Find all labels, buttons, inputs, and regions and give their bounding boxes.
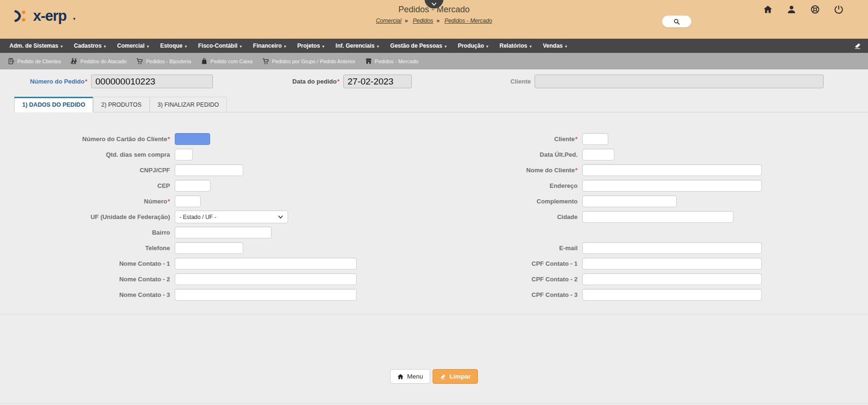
tab-3-finalizar-pedido[interactable]: 3) FINALIZAR PEDIDO: [150, 97, 227, 112]
footer-actions: Menu Limpar: [0, 369, 868, 384]
menu-item-adm-de-sistemas[interactable]: Adm. de Sistemas▾: [4, 39, 68, 53]
chevron-down-icon: ▾: [185, 44, 187, 49]
chevron-down-icon: ▾: [529, 44, 531, 49]
required-asterisk: *: [575, 135, 578, 143]
shortcut-pedidos-do-atacado[interactable]: Pedidos do Atacado: [66, 53, 131, 69]
power-icon[interactable]: [834, 5, 843, 14]
search-button[interactable]: [662, 16, 691, 27]
breadcrumb-link-pedidos[interactable]: Pedidos: [413, 17, 433, 24]
menu-item-label: Cadastros: [74, 42, 102, 49]
uf-select[interactable]: - Estado / UF -: [175, 211, 288, 223]
menu-item-comercial[interactable]: Comercial▾: [111, 39, 154, 53]
cidade-field[interactable]: [582, 211, 733, 223]
nome-contato-3-label: Nome Contato - 3: [0, 291, 170, 298]
telefone-field[interactable]: [175, 242, 243, 254]
tab-1-dados-do-pedido[interactable]: 1) DADOS DO PEDIDO: [14, 97, 93, 112]
shortcut-pedido-com-caixa[interactable]: Pedido com Caixa: [196, 53, 257, 69]
required-asterisk: *: [575, 167, 578, 174]
order-number-field[interactable]: 000000010223: [91, 75, 213, 88]
cpf-contato-3-field[interactable]: [582, 289, 762, 301]
order-date-field[interactable]: 27-02-2023: [343, 75, 412, 88]
cliente-label: Cliente*: [427, 135, 578, 143]
main-content: Número do Pedido* 000000010223 Data do p…: [0, 69, 868, 405]
store-icon: [365, 58, 372, 65]
shortcut-label: Pedido de Clientes: [17, 59, 61, 64]
uf-label: UF (Unidade de Federação): [0, 213, 170, 220]
cart-icon: [262, 58, 269, 65]
shortcut-pedidos-por-grupo-pedido-anterior[interactable]: Pedidos por Grupo / Pedido Anterior: [257, 53, 360, 69]
form-column-right: Cliente*Data Últ.Ped.Nome do Cliente*End…: [427, 131, 868, 303]
clipboard-icon: [8, 58, 15, 65]
form-row-nome-contato-2: Nome Contato - 2: [0, 271, 427, 287]
menu-item-label: Comercial: [117, 42, 145, 49]
tab-2-produtos[interactable]: 2) PRODUTOS: [93, 97, 149, 112]
data-ult-ped-field[interactable]: [582, 149, 614, 160]
home-icon[interactable]: [763, 5, 773, 14]
menu-item-estoque[interactable]: Estoque▾: [154, 39, 192, 53]
menu-button[interactable]: Menu: [390, 369, 430, 384]
cnpj-cpf-field[interactable]: [175, 164, 243, 176]
menu-item-cadastros[interactable]: Cadastros▾: [68, 39, 111, 53]
cpf-contato-2-field[interactable]: [582, 273, 762, 285]
nome-do-cliente-field[interactable]: [582, 164, 762, 176]
menu-item-produ-o[interactable]: Produção▾: [452, 39, 494, 53]
limpar-button-label: Limpar: [450, 373, 471, 380]
menu-item-gest-o-de-pessoas[interactable]: Gestão de Pessoas▾: [384, 39, 452, 53]
required-asterisk: *: [168, 135, 170, 143]
home-icon: [397, 373, 404, 380]
menu-item-label: Relatórios: [500, 42, 528, 49]
clear-cache-icon[interactable]: [854, 42, 861, 50]
menu-item-financeiro[interactable]: Financeiro▾: [247, 39, 292, 53]
shortcut-label: Pedido com Caixa: [211, 59, 253, 64]
limpar-button[interactable]: Limpar: [433, 369, 478, 384]
qtd-dias-sem-compra-label: Qtd. dias sem compra: [0, 151, 170, 158]
email-field[interactable]: [582, 242, 762, 254]
order-number-label: Número do Pedido*: [19, 78, 87, 85]
menu-item-projetos[interactable]: Projetos▾: [292, 39, 330, 53]
menu-item-vendas[interactable]: Vendas▾: [537, 39, 572, 53]
qtd-dias-sem-compra-field[interactable]: [175, 149, 193, 160]
bairro-field[interactable]: [175, 227, 272, 238]
chevron-down-icon: ▾: [60, 44, 62, 49]
nome-contato-2-field[interactable]: [175, 273, 357, 285]
breadcrumb-link-comercial[interactable]: Comercial: [376, 17, 401, 24]
cep-label: CEP: [0, 182, 170, 189]
shortcut-pedidos-mercado[interactable]: Pedidos - Mercado: [360, 53, 423, 69]
menu-item-label: Adm. de Sistemas: [9, 42, 58, 49]
nome-contato-1-field[interactable]: [175, 258, 357, 270]
form-row-qtd-dias-sem-compra: Qtd. dias sem compra: [0, 147, 427, 162]
shortcut-pedidos-bijouteria[interactable]: Pedidos - Bijouteria: [131, 53, 196, 69]
bairro-label: Bairro: [0, 229, 170, 236]
cliente-field[interactable]: [582, 133, 608, 145]
nome-contato-3-field[interactable]: [175, 289, 357, 301]
cep-field[interactable]: [175, 180, 211, 192]
form-row-nome-do-cliente: Nome do Cliente*: [427, 162, 868, 178]
menu-item-label: Fisco-Contábil: [198, 42, 238, 49]
endereco-field[interactable]: [582, 180, 762, 192]
section-divider: [0, 314, 868, 314]
header-action-icons: [763, 5, 843, 14]
shortcut-pedido-de-clientes[interactable]: Pedido de Clientes: [3, 53, 66, 69]
nome-contato-2-label: Nome Contato - 2: [0, 276, 170, 283]
client-label: Cliente: [412, 78, 531, 85]
complemento-field[interactable]: [582, 195, 677, 207]
data-ult-ped-label: Data Últ.Ped.: [427, 151, 578, 158]
nome-contato-1-label: Nome Contato - 1: [0, 260, 170, 267]
menu-item-relat-rios[interactable]: Relatórios▾: [494, 39, 537, 53]
client-field[interactable]: [535, 75, 824, 88]
form-row-numero: Número*: [0, 194, 427, 209]
chevron-down-icon: ▾: [323, 44, 324, 49]
form-row-telefone: Telefone: [0, 240, 427, 256]
menu-item-fisco-cont-bil[interactable]: Fisco-Contábil▾: [193, 39, 247, 53]
numero-field[interactable]: [175, 195, 201, 207]
user-icon[interactable]: [787, 5, 796, 14]
help-icon[interactable]: [810, 5, 820, 14]
breadcrumb-link-pedidos-mercado[interactable]: Pedidos - Mercado: [444, 17, 492, 24]
required-asterisk: *: [168, 198, 170, 205]
menu-item-inf-gerenciais[interactable]: Inf. Gerenciais▾: [330, 39, 385, 53]
form-column-left: Número do Cartão do Cliente*Qtd. dias se…: [0, 131, 427, 303]
shortcut-label: Pedidos - Mercado: [375, 59, 418, 64]
numero-cartao-cliente-field[interactable]: [175, 133, 210, 145]
cpf-contato-1-field[interactable]: [582, 258, 762, 270]
cidade-label: Cidade: [427, 213, 578, 220]
